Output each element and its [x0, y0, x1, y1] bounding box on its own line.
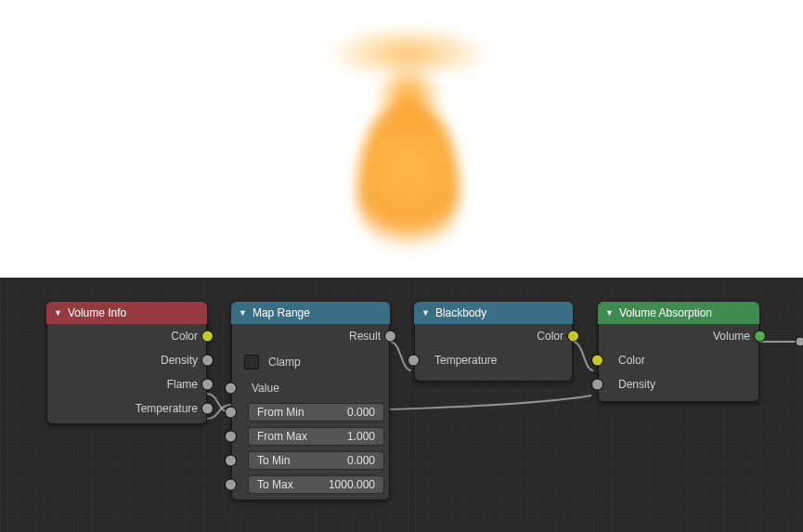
input-temperature[interactable]: Temperature — [414, 348, 573, 372]
clamp-checkbox[interactable] — [244, 355, 259, 370]
output-density[interactable]: Density — [46, 348, 207, 372]
clamp-checkbox-row[interactable]: Clamp — [231, 348, 390, 376]
collapse-icon[interactable]: ▼ — [54, 308, 62, 318]
field-from-max-row: From Max 1.000 — [231, 424, 390, 448]
node-volume-absorption[interactable]: ▼ Volume Absorption Volume Color Density — [598, 302, 759, 402]
field-from-min[interactable]: From Min 0.000 — [248, 403, 384, 422]
node-header[interactable]: ▼ Map Range — [231, 302, 390, 324]
node-title: Volume Absorption — [619, 306, 712, 319]
output-flame[interactable]: Flame — [46, 372, 207, 396]
field-from-min-row: From Min 0.000 — [231, 400, 390, 424]
output-volume[interactable]: Volume — [598, 324, 759, 348]
rendered-volume-preview — [325, 23, 492, 265]
node-title: Volume Info — [68, 306, 126, 319]
collapse-icon[interactable]: ▼ — [605, 308, 614, 318]
node-volume-info[interactable]: ▼ Volume Info Color Density Flame Temper… — [46, 302, 207, 424]
node-header[interactable]: ▼ Volume Info — [46, 302, 207, 324]
node-map-range[interactable]: ▼ Map Range Result Clamp Value From Min … — [231, 302, 390, 500]
node-editor[interactable]: ▼ Volume Info Color Density Flame Temper… — [0, 278, 803, 532]
node-header[interactable]: ▼ Volume Absorption — [598, 302, 759, 324]
collapse-icon[interactable]: ▼ — [239, 308, 247, 318]
field-to-min[interactable]: To Min 0.000 — [248, 451, 384, 470]
field-to-max[interactable]: To Max 1000.000 — [248, 475, 384, 494]
node-blackbody[interactable]: ▼ Blackbody Color Temperature — [414, 302, 573, 382]
output-color[interactable]: Color — [46, 324, 207, 348]
input-density[interactable]: Density — [598, 372, 759, 396]
clamp-label: Clamp — [268, 356, 301, 369]
render-viewport — [0, 0, 803, 278]
output-temperature[interactable]: Temperature — [46, 396, 207, 421]
output-result[interactable]: Result — [231, 324, 390, 348]
field-from-max[interactable]: From Max 1.000 — [248, 427, 384, 446]
node-title: Map Range — [253, 306, 310, 319]
field-to-max-row: To Max 1000.000 — [231, 473, 390, 497]
node-header[interactable]: ▼ Blackbody — [414, 302, 573, 324]
field-to-min-row: To Min 0.000 — [231, 448, 390, 473]
input-color[interactable]: Color — [598, 348, 759, 372]
svg-point-0 — [796, 337, 803, 346]
collapse-icon[interactable]: ▼ — [421, 308, 430, 318]
node-title: Blackbody — [435, 306, 486, 319]
input-value[interactable]: Value — [231, 376, 390, 400]
output-color[interactable]: Color — [414, 324, 573, 348]
